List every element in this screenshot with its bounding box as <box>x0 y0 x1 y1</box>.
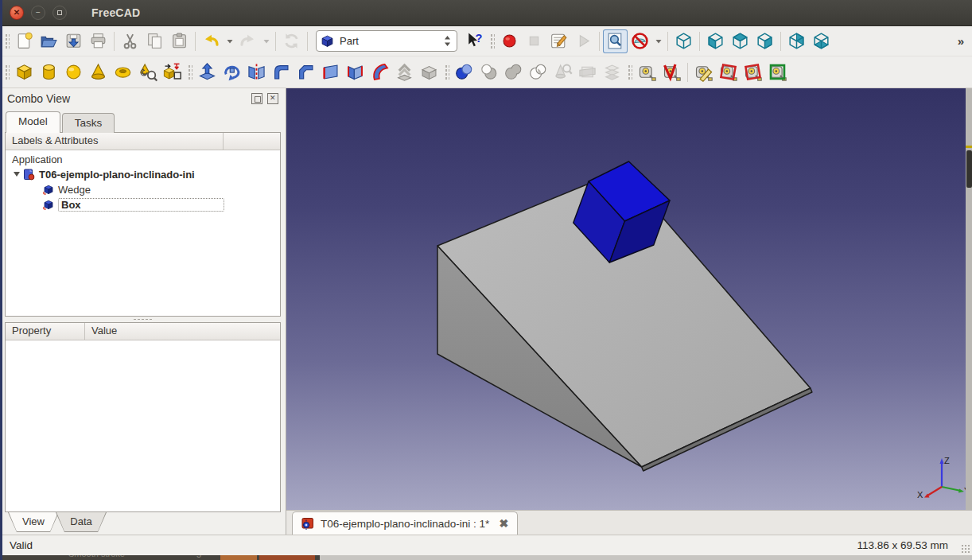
expand-arrow-icon[interactable] <box>14 172 20 177</box>
undo-dropdown[interactable] <box>224 29 235 53</box>
save-button[interactable] <box>61 29 86 53</box>
macro-edit-button[interactable] <box>546 29 571 53</box>
measure-refresh-button[interactable] <box>691 60 716 84</box>
resize-grip[interactable] <box>961 544 970 554</box>
part-thickness-button[interactable] <box>417 60 441 84</box>
document-tab-close-icon[interactable]: ✖ <box>499 517 508 530</box>
view-front-button[interactable] <box>703 29 728 53</box>
toolbar-separator <box>780 32 781 51</box>
view-bottom-button[interactable] <box>809 29 834 53</box>
part-box-button[interactable] <box>12 60 37 84</box>
tab-view[interactable]: View <box>8 512 59 532</box>
combo-view-panel: Combo View Model Tasks Labels & Attribut… <box>0 88 286 535</box>
tree-header-labels[interactable]: Labels & Attributes <box>6 133 224 150</box>
toolbar-handle[interactable] <box>187 64 192 81</box>
undo-button[interactable] <box>199 29 224 53</box>
part-fillet-button[interactable] <box>269 60 294 84</box>
part-revolve-button[interactable] <box>220 60 244 84</box>
svg-text:?: ? <box>476 32 483 45</box>
workbench-spinner[interactable] <box>442 34 453 48</box>
measure-toggle-button[interactable] <box>741 60 765 84</box>
part-make-face-button[interactable] <box>318 60 343 84</box>
tree-item-application[interactable]: Application <box>6 152 280 167</box>
cut-button[interactable] <box>118 29 142 53</box>
macro-record-button[interactable] <box>497 29 522 53</box>
part-sphere-button[interactable] <box>61 60 86 84</box>
part-section-button <box>550 60 575 84</box>
part-create-primitives-button[interactable] <box>135 60 160 84</box>
scrollbar-mark <box>966 146 972 148</box>
tab-model[interactable]: Model <box>6 111 60 133</box>
part-shape-builder-button[interactable] <box>160 60 185 84</box>
scrollbar-thumb[interactable] <box>966 150 972 188</box>
part-common-button[interactable] <box>526 60 550 84</box>
box-label: Box <box>61 199 81 211</box>
wedge-icon <box>43 184 54 195</box>
draw-style-button[interactable] <box>628 29 652 53</box>
part-chamfer-button[interactable] <box>294 60 318 84</box>
part-extrude-button[interactable] <box>195 60 220 84</box>
part-boolean-button[interactable] <box>452 60 476 84</box>
axis-indicator: Z Y X <box>916 453 972 504</box>
measure-clear-button[interactable] <box>716 60 741 84</box>
toolbar-separator <box>275 32 276 51</box>
background-window-light-block <box>320 555 972 560</box>
open-button[interactable] <box>37 29 61 53</box>
measure-angular-button[interactable] <box>659 60 684 84</box>
workbench-selector[interactable]: Part <box>316 30 457 52</box>
fit-all-button[interactable] <box>603 29 628 53</box>
title-bar[interactable]: ✕ − FreeCAD <box>0 0 972 26</box>
redo-dropdown <box>260 29 272 53</box>
window-maximize-button[interactable] <box>52 6 67 20</box>
model-tree: Labels & Attributes Application T06-ejem… <box>5 132 281 317</box>
tree-header-extra[interactable] <box>224 133 280 150</box>
window-close-button[interactable]: ✕ <box>10 6 24 20</box>
viewport-scrollbar[interactable] <box>966 88 972 510</box>
view-rear-button[interactable] <box>784 29 809 53</box>
view-top-button[interactable] <box>728 29 752 53</box>
toolbar-handle[interactable] <box>4 64 10 81</box>
window-minimize-button[interactable]: − <box>31 6 45 20</box>
dock-float-icon[interactable] <box>251 93 262 104</box>
3d-viewport[interactable]: Z Y X <box>286 88 972 510</box>
document-tab[interactable]: T06-ejemplo-plano-inclinado-ini : 1* ✖ <box>292 511 518 535</box>
part-union-button[interactable] <box>501 60 526 84</box>
copy-button[interactable] <box>142 29 167 53</box>
new-document-button[interactable] <box>12 29 37 53</box>
dock-close-icon[interactable] <box>267 93 278 104</box>
measure-toggle-3d-button[interactable] <box>765 60 790 84</box>
print-button[interactable] <box>86 29 111 53</box>
toolbar-handle[interactable] <box>4 33 10 50</box>
draw-style-dropdown[interactable] <box>652 29 664 53</box>
part-offset-button[interactable] <box>392 60 417 84</box>
background-window-text: Smooth stroke <box>68 555 125 558</box>
measure-linear-button[interactable] <box>635 60 659 84</box>
part-mirror-button[interactable] <box>244 60 269 84</box>
property-column-header[interactable]: Property <box>6 323 85 340</box>
part-cylinder-button[interactable] <box>37 60 61 84</box>
toolbar-overflow-button[interactable]: » <box>951 34 970 48</box>
tree-item-wedge[interactable]: Wedge <box>6 182 280 197</box>
part-torus-button[interactable] <box>111 60 135 84</box>
panel-splitter[interactable] <box>0 317 286 323</box>
tree-item-document[interactable]: T06-ejemplo-plano-inclinado-ini <box>6 167 280 182</box>
toolbar-separator <box>687 63 688 82</box>
property-editor: Property Value <box>5 322 281 512</box>
part-ruled-surface-button[interactable] <box>343 60 367 84</box>
toolbar-handle[interactable] <box>489 33 495 50</box>
tree-item-box[interactable]: Box <box>6 197 280 212</box>
whats-this-button[interactable]: ? <box>462 29 487 53</box>
part-loft-button[interactable] <box>367 60 392 84</box>
tab-tasks[interactable]: Tasks <box>62 113 115 133</box>
part-cone-button[interactable] <box>86 60 111 84</box>
part-cut-button[interactable] <box>476 60 501 84</box>
view-right-button[interactable] <box>752 29 777 53</box>
toolbar-handle[interactable] <box>627 64 632 81</box>
toolbar-handle[interactable] <box>444 64 449 81</box>
property-table-body[interactable] <box>6 340 280 511</box>
value-column-header[interactable]: Value <box>85 323 280 340</box>
paste-button[interactable] <box>167 29 192 53</box>
view-axonometric-button[interactable] <box>671 29 696 53</box>
tab-data[interactable]: Data <box>56 512 107 532</box>
status-bar: Valid 113.86 x 69.53 mm <box>0 535 972 555</box>
